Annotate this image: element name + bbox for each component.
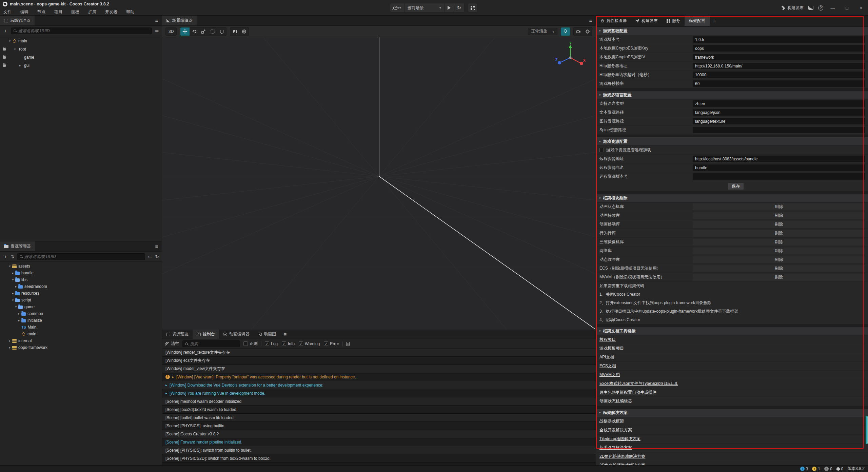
expander-icon[interactable]: ▾ bbox=[13, 47, 17, 51]
expander-icon[interactable]: ▾ bbox=[14, 305, 18, 309]
scale-tool-button[interactable] bbox=[199, 27, 208, 36]
remove-button[interactable]: 剔除 bbox=[693, 239, 865, 245]
doc-link[interactable]: Excel格式转Json文件与TypeScript代码工具 bbox=[599, 381, 678, 387]
move-tool-button[interactable] bbox=[180, 27, 190, 36]
filter-icon[interactable]: ≔ bbox=[155, 28, 159, 33]
field-input[interactable] bbox=[693, 118, 865, 124]
log-row[interactable]: [Scene] [bullet]:bullet wasm lib loaded. bbox=[162, 414, 596, 422]
section-header[interactable]: ▾框架解决方案 bbox=[596, 408, 868, 417]
filter-icon[interactable]: ≔ bbox=[148, 254, 152, 259]
expander-icon[interactable]: ▾ bbox=[11, 298, 15, 302]
log-row[interactable]: [Scene] [PHYSICS2D]: switch from box2d-w… bbox=[162, 454, 596, 463]
field-input[interactable] bbox=[693, 36, 865, 43]
remove-button[interactable]: 剔除 bbox=[693, 221, 865, 228]
doc-link[interactable]: 游戏模板项目 bbox=[599, 346, 624, 351]
remove-button[interactable]: 剔除 bbox=[693, 256, 865, 263]
doc-link[interactable]: ECS文档 bbox=[599, 363, 616, 369]
assets-search-input[interactable] bbox=[24, 254, 142, 259]
sort-icon[interactable]: ⇅ bbox=[11, 254, 14, 259]
expander-icon[interactable]: ▾ bbox=[7, 39, 12, 43]
section-header[interactable]: ▾游戏多语言配置 bbox=[596, 91, 868, 99]
save-button[interactable]: 保存 bbox=[728, 183, 744, 190]
remote-load-checkbox[interactable] bbox=[599, 148, 604, 152]
scene-camera-button[interactable] bbox=[574, 27, 583, 36]
scrollbar-thumb[interactable] bbox=[866, 416, 868, 444]
render-mode-dropdown[interactable]: 正常渲染 ∨ bbox=[528, 28, 557, 35]
rect-tool-button[interactable] bbox=[208, 27, 217, 36]
doc-link[interactable]: 战棋游戏框架 bbox=[599, 418, 624, 424]
tab-动画图[interactable]: 动画图 bbox=[254, 330, 280, 339]
minimize-button[interactable]: — bbox=[828, 3, 837, 13]
tab-服务[interactable]: 服务 bbox=[662, 16, 685, 26]
field-input[interactable] bbox=[693, 109, 865, 116]
tree-node[interactable]: ▸initialize bbox=[0, 317, 162, 324]
log-row[interactable]: [Scene] [PHYSICS]: using builtin. bbox=[162, 422, 596, 430]
tab-scene-editor[interactable]: 场景编辑器 bbox=[162, 16, 197, 25]
tab-属性检查器[interactable]: ⚙属性检查器 bbox=[596, 16, 631, 26]
field-input[interactable] bbox=[693, 164, 865, 171]
remove-button[interactable]: 剔除 bbox=[693, 248, 865, 254]
warning-count[interactable]: !1 bbox=[812, 467, 820, 471]
remove-button[interactable]: 剔除 bbox=[693, 212, 865, 219]
field-input[interactable] bbox=[693, 100, 865, 107]
log-row[interactable]: ▸[Window] Download the Vue Devtools exte… bbox=[162, 381, 596, 389]
tab-控制台[interactable]: 控制台 bbox=[193, 330, 219, 339]
restart-button[interactable]: ↻ bbox=[454, 3, 465, 12]
log-row[interactable]: [Scene] [PHYSICS]: switch from builtin t… bbox=[162, 446, 596, 454]
tree-node[interactable]: ▾root bbox=[0, 45, 162, 53]
world-local-button[interactable] bbox=[239, 27, 249, 36]
expander-icon[interactable]: ▾ bbox=[11, 278, 15, 281]
inspector-menu-icon[interactable]: ≡ bbox=[710, 16, 720, 26]
menu-item[interactable]: 扩展 bbox=[88, 9, 96, 15]
tree-node[interactable]: ▾main bbox=[0, 37, 162, 45]
field-input[interactable] bbox=[693, 45, 865, 52]
scene-menu-icon[interactable]: ≡ bbox=[586, 16, 596, 25]
tree-node[interactable]: main bbox=[0, 331, 162, 337]
clear-console-button[interactable]: 清空 bbox=[165, 341, 179, 347]
log-row[interactable]: [Window] render_texture文件夹存在 bbox=[162, 349, 596, 357]
axis-gizmo[interactable]: Y X Z bbox=[555, 42, 586, 73]
scene-settings-button[interactable] bbox=[583, 27, 592, 36]
section-header[interactable]: ▾框架模块剔除 bbox=[596, 194, 868, 202]
console-search-input[interactable] bbox=[190, 341, 243, 346]
build-publish-button[interactable]: 构建发布 bbox=[781, 5, 804, 11]
hierarchy-search-input[interactable] bbox=[18, 28, 149, 33]
tree-node[interactable]: ▸common bbox=[0, 310, 162, 317]
add-asset-button[interactable]: + bbox=[3, 254, 8, 259]
tree-node[interactable]: ▸bundle bbox=[0, 270, 162, 276]
expander-icon[interactable]: ▸ bbox=[14, 285, 18, 288]
expander-icon[interactable]: ▸ bbox=[17, 319, 21, 322]
notification-count[interactable]: 0 bbox=[836, 467, 844, 471]
remove-button[interactable]: 剔除 bbox=[693, 230, 865, 237]
transform-tool-button[interactable] bbox=[217, 27, 226, 36]
preview-platform-button[interactable]: ▾ bbox=[390, 3, 405, 12]
tree-node[interactable]: ▾game bbox=[0, 303, 162, 310]
filter-info[interactable]: Info bbox=[282, 341, 295, 346]
field-input[interactable] bbox=[693, 54, 865, 60]
expander-icon[interactable]: ▸ bbox=[17, 312, 21, 315]
help-icon[interactable]: ? bbox=[818, 5, 823, 11]
tab-资源预览[interactable]: 资源预览 bbox=[162, 330, 193, 339]
expander-icon[interactable]: ▸ bbox=[18, 64, 22, 67]
add-node-button[interactable]: + bbox=[3, 28, 8, 34]
tree-node[interactable]: TSMain bbox=[0, 324, 162, 331]
field-input[interactable] bbox=[693, 80, 865, 87]
tab-框架配置[interactable]: 框架配置 bbox=[685, 16, 710, 26]
tree-node[interactable]: ▸gui bbox=[0, 61, 162, 70]
doc-link[interactable]: 原生包热更新配置自动生成插件 bbox=[599, 390, 656, 395]
maximize-button[interactable]: □ bbox=[842, 3, 852, 13]
menu-item[interactable]: 帮助 bbox=[126, 9, 134, 15]
menu-item[interactable]: 项目 bbox=[54, 9, 62, 15]
tree-node[interactable]: ▾libs bbox=[0, 276, 162, 283]
section-header[interactable]: ▾游戏基础配置 bbox=[596, 26, 868, 35]
log-row[interactable]: [Scene] [box2d]:box2d wasm lib loaded. bbox=[162, 406, 596, 414]
section-header[interactable]: ▾框架文档工具链接 bbox=[596, 327, 868, 335]
log-row[interactable]: !▸[Window] [Vue warn]: Property "onInput… bbox=[162, 373, 596, 381]
log-row[interactable]: [Scene] Cocos Creator v3.8.2 bbox=[162, 430, 596, 438]
tab-构建发布[interactable]: 构建发布 bbox=[631, 16, 662, 26]
rotate-tool-button[interactable] bbox=[190, 27, 199, 36]
expander-icon[interactable]: ▸ bbox=[11, 271, 15, 275]
remove-button[interactable]: 剔除 bbox=[693, 274, 865, 281]
scene-viewport[interactable]: Y X Z bbox=[162, 37, 596, 330]
section-header[interactable]: ▾游戏资源配置 bbox=[596, 137, 868, 146]
